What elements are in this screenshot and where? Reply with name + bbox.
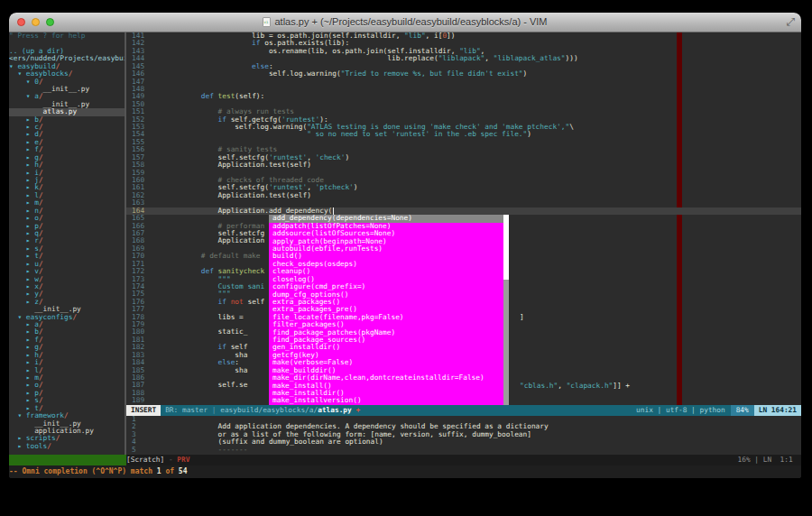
tree-item-tools[interactable]: ▸ tools/ — [9, 443, 125, 450]
fullscreen-icon[interactable]: ⤢ — [786, 15, 795, 28]
preview-line: 5 ------- — [126, 447, 801, 454]
tree-help: " Press ? for help — [9, 32, 125, 40]
code-line: 149 def test(self): — [126, 93, 801, 100]
command-line: -- Omni completion (^O^N^P) match 1 of 5… — [9, 465, 801, 478]
code-fragment: "cblas.h", "clapack.h"]] + — [520, 382, 630, 390]
code-line: 147 — [126, 78, 801, 86]
file-path: easybuild/easyblocks/a/ — [220, 405, 318, 416]
popup-scrollbar-thumb[interactable] — [503, 215, 509, 280]
separator: | — [208, 405, 220, 416]
scroll-percent: 84% — [731, 405, 754, 416]
code-line: 146 self.log.warning("Tried to remove %s… — [126, 70, 801, 78]
cursor-position: LN 164:21 — [754, 405, 801, 416]
scratch-position: 16% | LN 1:1 — [738, 455, 793, 465]
popup-items: add_dependency(dependencies=None)addpatc… — [269, 215, 509, 405]
window-title: atlas.py + (~/Projects/easybuild/easybui… — [9, 16, 801, 27]
preview-flag-text: PRV — [177, 455, 189, 465]
main-status-line: INSERT BR: master | easybuild/easyblocks… — [126, 405, 801, 416]
omni-completion-popup: add_dependency(dependencies=None)addpatc… — [269, 215, 509, 405]
code-fragment: ] — [520, 314, 524, 321]
scratch-buffer-name: [Scratch] — [126, 455, 164, 465]
mode-indicator: INSERT — [126, 405, 161, 416]
preview-pane[interactable]: 12 Add application dependencies. A depen… — [126, 416, 801, 455]
vim-window: atlas.py + (~/Projects/easybuild/easybui… — [9, 13, 801, 478]
popup-item[interactable]: autobuild(ebfile,runTests) — [269, 245, 509, 253]
git-branch: BR: master — [165, 405, 208, 416]
editor-pane[interactable]: 141 lib = os.path.join(self.installdir, … — [126, 32, 801, 405]
file-name: atlas.py — [318, 405, 352, 416]
title-bar: atlas.py + (~/Projects/easybuild/easybui… — [9, 13, 801, 32]
code-line: 154 " so no need to set 'runtest' in the… — [126, 131, 801, 138]
chevron-right-icon[interactable]: ▸ — [17, 442, 25, 450]
code-line: 164 Application.add_dependency( — [126, 207, 801, 215]
nerdtree-status-line: ~/Projects/easybuild — [9, 455, 126, 465]
nerdtree-pane: " Press ? for help.. (up a dir)<ers/nudd… — [9, 32, 125, 455]
preview-status-line: [Scratch] - PRV 16% | LN 1:1 — [126, 455, 801, 465]
popup-scrollbar[interactable] — [503, 215, 509, 405]
vim-document-icon — [263, 17, 271, 27]
file-format-encoding-type: unix | utf-8 | python — [636, 405, 725, 416]
popup-item[interactable]: make_installversion() — [269, 397, 509, 404]
code-line: 158 Application.test(self) — [126, 161, 801, 169]
insert-cursor — [333, 207, 335, 215]
code-line: 162 Application.test(self) — [126, 192, 801, 199]
